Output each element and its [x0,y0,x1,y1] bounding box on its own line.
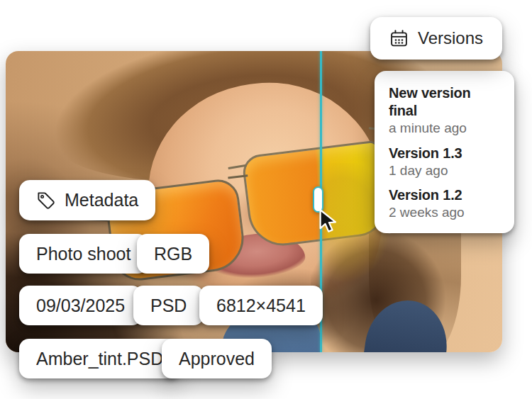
metadata-chip-filename[interactable]: Amber_tint.PSD [19,339,180,378]
chip-label: PSD [150,296,187,316]
chip-label: RGB [154,244,192,264]
version-name: New version final [389,84,500,120]
version-time: 2 weeks ago [389,204,500,222]
version-item-1-3[interactable]: Version 1.3 1 day ago [389,145,500,180]
metadata-chip-format[interactable]: PSD [133,286,204,325]
metadata-chip-status[interactable]: Approved [162,339,272,378]
asset-versioning-screen: Versions New version final a minute ago … [0,0,532,399]
versions-button[interactable]: Versions [370,17,502,60]
chip-label: 09/03/2025 [36,296,125,316]
version-item-1-2[interactable]: Version 1.2 2 weeks ago [389,186,500,222]
mouse-cursor-icon [318,208,340,234]
chip-label: 6812×4541 [216,296,306,316]
version-time: 1 day ago [389,162,500,180]
versions-button-label: Versions [418,28,483,48]
version-time: a minute ago [389,120,500,137]
metadata-button[interactable]: Metadata [19,180,155,220]
metadata-chip-date[interactable]: 09/03/2025 [19,286,142,325]
version-item-new[interactable]: New version final a minute ago [389,84,500,137]
metadata-chip-rgb[interactable]: RGB [137,234,209,274]
versions-panel: New version final a minute ago Version 1… [375,71,514,233]
chip-label: Approved [179,349,255,369]
metadata-chip-dimensions[interactable]: 6812×4541 [199,286,323,325]
version-name: Version 1.3 [389,145,500,162]
metadata-button-label: Metadata [65,190,138,210]
version-name: Version 1.2 [389,186,500,204]
metadata-chip-photo-shoot[interactable]: Photo shoot [19,234,148,274]
calendar-icon [389,29,409,48]
chip-label: Amber_tint.PSD [36,349,163,369]
tag-icon [36,191,55,210]
chip-label: Photo shoot [36,244,131,264]
